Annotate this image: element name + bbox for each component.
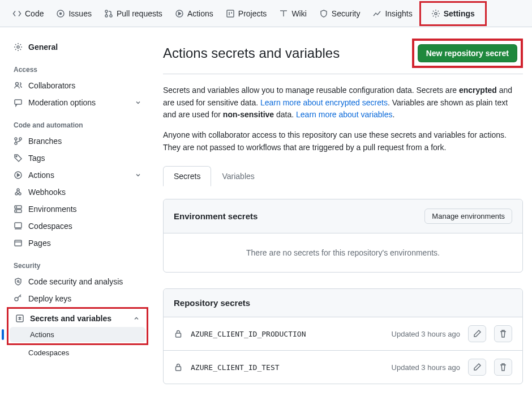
tab-actions[interactable]: Actions	[169, 5, 219, 22]
sidebar-item-pages[interactable]: Pages	[8, 235, 147, 252]
box-header: Environment secrets Manage environments	[164, 199, 522, 233]
webhook-icon	[14, 188, 23, 197]
svg-point-1	[60, 12, 62, 14]
tab-label: Issues	[68, 9, 91, 18]
tab-variables[interactable]: Variables	[211, 166, 265, 186]
chevron-down-icon	[135, 99, 141, 106]
secrets-variables-tabs: Secrets Variables	[163, 166, 523, 186]
shield-search-icon	[14, 277, 23, 286]
secret-updated: Updated 3 hours ago	[392, 330, 460, 338]
tab-settings[interactable]: Settings	[426, 5, 480, 22]
gear-icon	[431, 9, 440, 18]
tab-security[interactable]: Security	[314, 5, 366, 22]
sidebar-item-label: Actions	[28, 171, 54, 180]
tab-code[interactable]: Code	[7, 5, 49, 22]
sidebar-item-deploykeys[interactable]: Deploy keys	[8, 290, 147, 307]
manage-environments-button[interactable]: Manage environments	[424, 209, 512, 224]
branch-icon	[14, 137, 23, 146]
box-title: Environment secrets	[174, 211, 258, 221]
server-icon	[14, 205, 23, 214]
tab-issues[interactable]: Issues	[50, 5, 97, 22]
svg-point-21	[16, 207, 16, 207]
link-encrypted-secrets[interactable]: Learn more about encrypted secrets	[260, 98, 388, 107]
box-title: Repository secrets	[174, 298, 250, 308]
browser-icon	[14, 239, 23, 248]
tab-pullrequests[interactable]: Pull requests	[98, 5, 168, 22]
intro-text: Secrets and variables allow you to manag…	[163, 84, 523, 154]
secret-updated: Updated 3 hours ago	[392, 363, 460, 372]
repository-secrets-box: Repository secrets AZURE_CLIENT_ID_PRODU…	[163, 288, 523, 384]
main-content: Actions secrets and variables New reposi…	[154, 27, 532, 404]
tab-wiki[interactable]: Wiki	[273, 5, 312, 22]
tab-label: Code	[25, 9, 44, 18]
svg-rect-10	[15, 100, 22, 104]
sidebar-item-branches[interactable]: Branches	[8, 133, 147, 150]
secret-row: AZURE_CLIENT_ID_PRODUCTION Updated 3 hou…	[164, 317, 522, 351]
svg-point-8	[17, 46, 19, 48]
sidebar-item-codespaces[interactable]: Codespaces	[8, 218, 147, 235]
book-icon	[279, 9, 288, 18]
svg-point-26	[15, 297, 18, 301]
sidebar-subitem-label: Codespaces	[28, 348, 69, 357]
play-icon	[14, 171, 23, 180]
edit-secret-button[interactable]	[468, 359, 486, 376]
sidebar-item-general[interactable]: General	[8, 39, 147, 56]
sidebar-group-access: Access	[8, 56, 147, 77]
sidebar-group-code: Code and automation	[8, 111, 147, 133]
sidebar-item-environments[interactable]: Environments	[8, 201, 147, 218]
svg-rect-28	[176, 333, 181, 337]
highlight-settings-tab: Settings	[419, 1, 487, 26]
chevron-up-icon	[133, 315, 140, 322]
sidebar-subitem-codespaces[interactable]: Codespaces	[8, 345, 147, 360]
sidebar-item-tags[interactable]: Tags	[8, 150, 147, 167]
tab-insights[interactable]: Insights	[367, 5, 418, 22]
svg-point-7	[435, 12, 437, 15]
sidebar-item-moderation[interactable]: Moderation options	[8, 94, 147, 111]
delete-secret-button[interactable]	[494, 359, 512, 376]
sidebar-item-label: Collaborators	[28, 81, 75, 90]
delete-secret-button[interactable]	[494, 325, 512, 342]
tab-label: Insights	[385, 9, 412, 18]
people-icon	[14, 81, 23, 90]
issues-icon	[56, 9, 65, 18]
sidebar-item-secrets-variables[interactable]: Secrets and variables	[10, 310, 145, 327]
lock-icon	[174, 329, 183, 338]
sidebar-item-label: Deploy keys	[28, 294, 71, 303]
sidebar-item-actions[interactable]: Actions	[8, 167, 147, 184]
svg-point-3	[105, 15, 108, 17]
settings-sidebar: General Access Collaborators Moderation …	[0, 27, 154, 404]
svg-point-13	[15, 142, 17, 144]
new-repository-secret-button[interactable]: New repository secret	[418, 44, 517, 62]
svg-point-16	[15, 193, 18, 195]
environment-secrets-box: Environment secrets Manage environments …	[163, 199, 523, 273]
sidebar-subitem-actions[interactable]: Actions	[10, 327, 145, 342]
sidebar-item-codesecurity[interactable]: Code security and analysis	[8, 273, 147, 290]
tab-label: Pull requests	[117, 9, 162, 18]
svg-point-18	[17, 189, 19, 191]
sidebar-item-label: Pages	[28, 239, 51, 248]
svg-point-22	[16, 211, 16, 211]
gear-icon	[14, 42, 23, 52]
svg-point-14	[16, 156, 17, 157]
svg-point-4	[110, 15, 112, 17]
key-icon	[14, 294, 23, 303]
sidebar-item-label: Tags	[28, 154, 45, 163]
tab-secrets[interactable]: Secrets	[163, 166, 211, 186]
sidebar-item-label: Code security and analysis	[28, 277, 123, 286]
edit-secret-button[interactable]	[468, 325, 486, 342]
svg-rect-23	[15, 223, 22, 228]
projects-icon	[226, 9, 235, 18]
svg-point-17	[19, 193, 21, 195]
sidebar-item-collaborators[interactable]: Collaborators	[8, 77, 147, 94]
tab-label: Settings	[444, 9, 475, 18]
tab-projects[interactable]: Projects	[220, 5, 273, 22]
lock-icon	[174, 363, 183, 372]
chevron-down-icon	[135, 172, 141, 178]
sidebar-item-webhooks[interactable]: Webhooks	[8, 184, 147, 201]
secret-name: AZURE_CLIENT_ID_PRODUCTION	[191, 330, 384, 338]
sidebar-item-label: Codespaces	[28, 222, 72, 231]
link-variables[interactable]: Learn more about variables	[296, 110, 392, 119]
comment-icon	[14, 98, 23, 107]
sidebar-item-label: Moderation options	[28, 98, 96, 107]
svg-point-11	[15, 138, 17, 140]
